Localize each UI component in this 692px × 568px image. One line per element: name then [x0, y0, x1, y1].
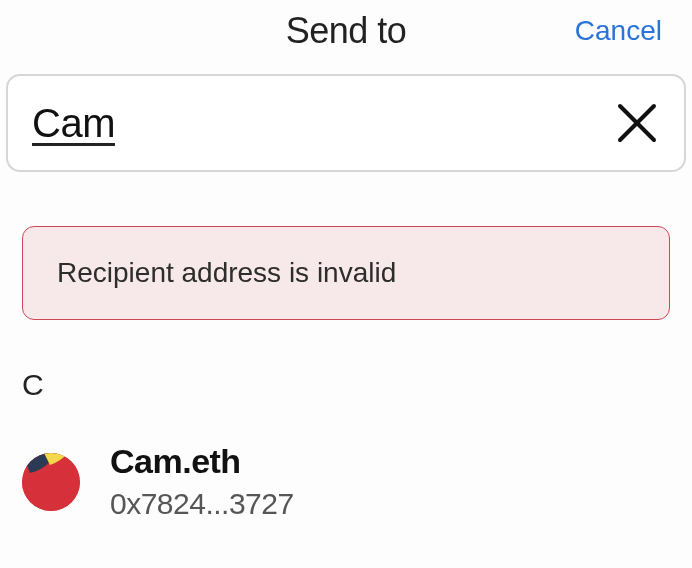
- header: Send to Cancel: [0, 0, 692, 62]
- section-header-letter: C: [22, 368, 692, 402]
- error-message: Recipient address is invalid: [57, 257, 635, 289]
- contact-row[interactable]: Cam.eth 0x7824...3727: [22, 442, 692, 521]
- avatar-icon: [22, 453, 80, 511]
- contact-name: Cam.eth: [110, 442, 294, 481]
- recipient-input[interactable]: [32, 101, 614, 146]
- send-to-screen: Send to Cancel Recipient address is inva…: [0, 0, 692, 568]
- cancel-button[interactable]: Cancel: [575, 15, 662, 47]
- page-title: Send to: [286, 10, 407, 52]
- error-banner: Recipient address is invalid: [22, 226, 670, 320]
- contact-address: 0x7824...3727: [110, 487, 294, 521]
- contact-info: Cam.eth 0x7824...3727: [110, 442, 294, 521]
- avatar: [22, 453, 80, 511]
- recipient-search-field[interactable]: [6, 74, 686, 172]
- clear-input-button[interactable]: [614, 100, 660, 146]
- close-icon: [614, 100, 660, 146]
